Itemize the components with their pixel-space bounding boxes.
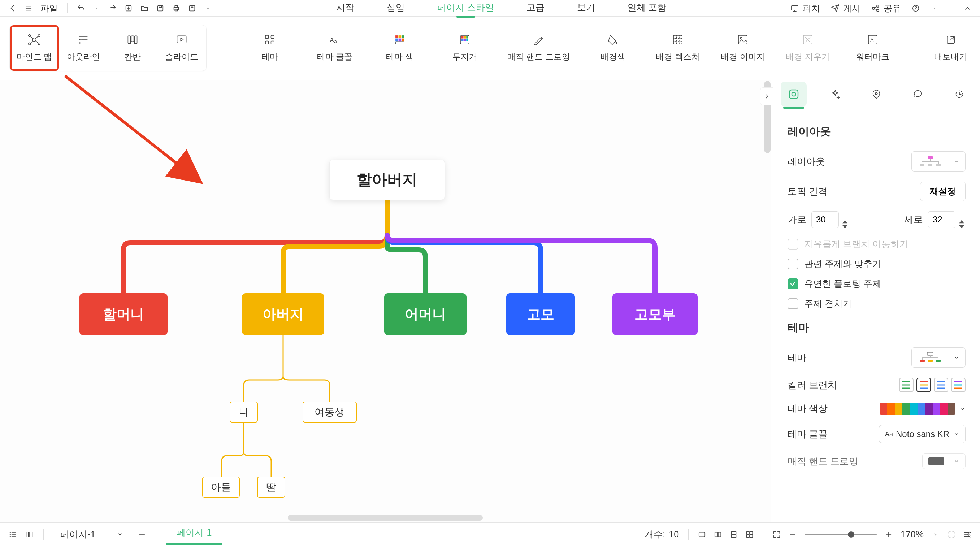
branch-swatch-2[interactable] xyxy=(916,378,931,392)
tool-hand-drawing[interactable]: 매직 핸드 드로잉 xyxy=(503,25,575,71)
new-icon[interactable] xyxy=(124,4,132,12)
tool-bg-texture[interactable]: 배경 텍스처 xyxy=(651,25,705,71)
fullscreen-icon[interactable] xyxy=(948,530,955,538)
branch-node-4[interactable]: 고모 xyxy=(506,293,575,335)
branch-swatch-1[interactable] xyxy=(899,378,913,392)
tool-watermark[interactable]: A 워터마크 xyxy=(846,25,900,71)
publish-button[interactable]: 게시 xyxy=(831,3,861,14)
panel-collapse-button[interactable] xyxy=(760,88,773,105)
sub-node-me[interactable]: 나 xyxy=(230,401,258,422)
screen-2-icon[interactable] xyxy=(714,530,722,538)
export-button[interactable]: 내보내기 xyxy=(931,33,970,62)
font-aa-icon: Aa xyxy=(885,430,893,438)
help-dropdown-icon[interactable] xyxy=(931,4,939,12)
theme-color-bar[interactable] xyxy=(880,403,955,415)
checkbox-overlap[interactable] xyxy=(788,298,799,309)
zoom-value[interactable]: 170% xyxy=(900,529,924,540)
vert-input[interactable] xyxy=(928,211,955,228)
tool-theme-label: 테마 xyxy=(261,51,278,62)
settings-icon[interactable] xyxy=(963,530,971,538)
branch-swatch-3[interactable] xyxy=(934,378,948,392)
zoom-dropdown-icon[interactable] xyxy=(932,530,940,538)
vert-down-icon[interactable] xyxy=(959,220,966,224)
vert-up-icon[interactable] xyxy=(959,215,966,219)
tool-bg-color[interactable]: 배경색 xyxy=(586,25,640,71)
screen-1-icon[interactable] xyxy=(698,530,706,538)
theme-font-dropdown[interactable]: AaNoto sans KR xyxy=(879,425,966,443)
tool-theme-font[interactable]: Aa 테마 글꼴 xyxy=(308,25,362,71)
checkbox-row-float[interactable]: 유연한 플로팅 주제 xyxy=(788,278,966,290)
tool-theme-color[interactable]: 테마 색 xyxy=(373,25,427,71)
tab-view[interactable]: 보기 xyxy=(577,2,595,15)
branch-swatch-4[interactable] xyxy=(951,378,966,392)
branch-node-2[interactable]: 아버지 xyxy=(242,293,324,335)
tool-bg-image[interactable]: 배경 이미지 xyxy=(716,25,770,71)
page-selector[interactable]: 페이지-1 xyxy=(54,526,129,543)
panel-tab-format[interactable] xyxy=(781,82,807,107)
zoom-out-icon[interactable] xyxy=(789,530,797,538)
magic-hand-dropdown[interactable] xyxy=(922,453,966,469)
file-menu[interactable]: 파일 xyxy=(40,3,58,14)
share-export-dropdown-icon[interactable] xyxy=(204,4,212,12)
zoom-in-icon[interactable] xyxy=(885,530,892,538)
tool-bg-clear: 배경 지우기 xyxy=(781,25,835,71)
mindmap-root-node[interactable]: 할아버지 xyxy=(329,159,445,200)
tab-help[interactable]: 일체 포함 xyxy=(628,2,666,15)
menu-icon[interactable] xyxy=(25,4,32,12)
sub-node-son[interactable]: 아들 xyxy=(202,477,240,498)
horiz-up-icon[interactable] xyxy=(842,215,849,219)
open-icon[interactable] xyxy=(140,4,148,12)
checkbox-float[interactable] xyxy=(788,279,799,289)
panel-tab-history[interactable] xyxy=(947,82,972,107)
tab-page-style[interactable]: 페이지 스타일 xyxy=(437,2,494,15)
theme-dropdown[interactable] xyxy=(912,347,966,368)
branch-node-5[interactable]: 고모부 xyxy=(612,293,698,335)
zoom-slider[interactable] xyxy=(805,534,877,535)
page-tab-1[interactable]: 페이지-1 xyxy=(167,524,222,545)
back-icon[interactable] xyxy=(9,4,17,12)
tab-advanced[interactable]: 고급 xyxy=(527,2,544,15)
mindmap-canvas[interactable]: 할아버지 할머니 아버지 어머니 고모 고모부 나 여동생 아들 딸 xyxy=(0,80,770,522)
collapse-up-icon[interactable] xyxy=(963,4,971,12)
help-icon[interactable] xyxy=(912,4,920,12)
layout-dropdown[interactable] xyxy=(912,151,966,172)
fit-icon[interactable] xyxy=(773,530,781,538)
pitch-button[interactable]: 피치 xyxy=(791,3,820,14)
screen-4-icon[interactable] xyxy=(746,530,754,538)
undo-icon[interactable] xyxy=(77,4,85,12)
print-icon[interactable] xyxy=(172,4,180,12)
screen-3-icon[interactable] xyxy=(730,530,738,538)
checkbox-align[interactable] xyxy=(788,259,799,269)
tool-rainbow[interactable]: 무지개 xyxy=(438,25,492,71)
view-outline[interactable]: 아웃라인 xyxy=(59,25,108,71)
undo-dropdown-icon[interactable] xyxy=(93,4,101,12)
page-thumb-icon[interactable] xyxy=(25,530,33,538)
tab-insert[interactable]: 삽입 xyxy=(387,2,405,15)
redo-icon[interactable] xyxy=(109,4,117,12)
horiz-down-icon[interactable] xyxy=(842,220,849,224)
checkbox-row-overlap[interactable]: 주제 겹치기 xyxy=(788,298,966,309)
page-list-icon[interactable] xyxy=(9,530,17,538)
view-kanban[interactable]: 칸반 xyxy=(108,25,157,71)
branch-node-3[interactable]: 어머니 xyxy=(384,293,466,335)
canvas-hscrollbar[interactable] xyxy=(288,515,483,521)
chevron-down-icon[interactable] xyxy=(960,406,966,412)
zoom-knob[interactable] xyxy=(848,531,854,538)
add-page-icon[interactable] xyxy=(138,530,146,538)
panel-tab-marker[interactable] xyxy=(863,82,889,107)
horiz-input[interactable] xyxy=(811,211,839,228)
reset-spacing-button[interactable]: 재설정 xyxy=(920,181,966,201)
sub-node-sister[interactable]: 여동생 xyxy=(302,401,357,422)
panel-tab-sticker[interactable] xyxy=(905,82,931,107)
panel-tab-ai[interactable] xyxy=(822,82,848,107)
tool-theme[interactable]: 테마 xyxy=(243,25,297,71)
sub-node-daughter[interactable]: 딸 xyxy=(257,477,285,498)
share-export-icon[interactable] xyxy=(188,4,196,12)
branch-node-1[interactable]: 할머니 xyxy=(80,293,167,335)
view-slide[interactable]: 슬라이드 xyxy=(157,25,206,71)
checkbox-row-align[interactable]: 관련 주제와 맞추기 xyxy=(788,258,966,270)
tab-start[interactable]: 시작 xyxy=(336,2,354,15)
share-button[interactable]: 공유 xyxy=(871,3,901,14)
view-mindmap[interactable]: 마인드 맵 xyxy=(10,25,59,71)
save-icon[interactable] xyxy=(156,4,164,12)
